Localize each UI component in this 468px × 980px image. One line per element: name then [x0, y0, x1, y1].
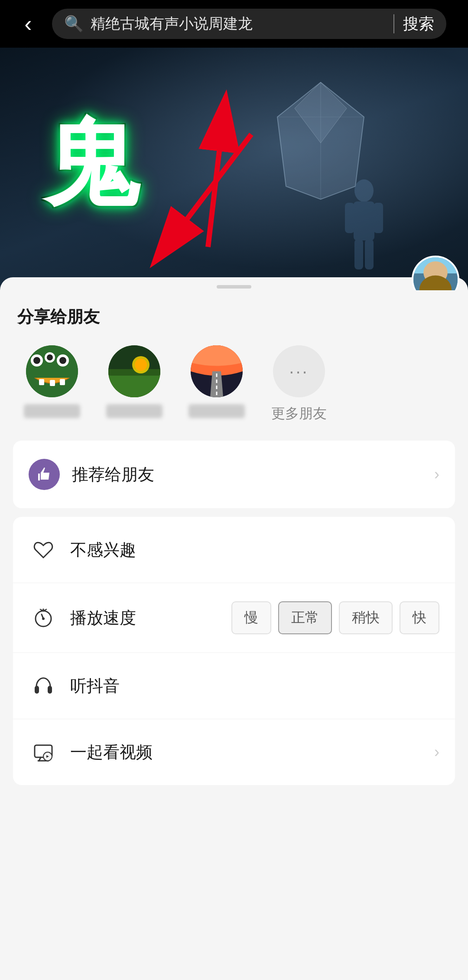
svg-rect-26: [50, 380, 55, 386]
search-icon: 🔍: [64, 15, 84, 33]
search-query-text: 精绝古城有声小说周建龙: [91, 14, 385, 34]
ghost-character: 鬼: [43, 100, 139, 228]
contact-avatar-more: ···: [273, 345, 325, 397]
svg-rect-8: [354, 239, 363, 269]
chevron-right-icon-2: ›: [434, 743, 439, 761]
top-bar: ‹ 🔍 精绝古城有声小说周建龙 搜索: [0, 0, 468, 48]
svg-point-36: [42, 617, 45, 620]
menu-item-speed[interactable]: 播放速度 慢 正常 稍快 快: [13, 583, 455, 653]
contact-name-blur-2: [106, 404, 162, 418]
share-contacts-row: ··· 更多朋友: [17, 345, 451, 423]
person-silhouette: [338, 178, 390, 273]
search-divider: [393, 14, 394, 33]
bottom-sheet: 分享给朋友: [0, 277, 468, 980]
not-interested-label: 不感兴趣: [70, 539, 439, 561]
speed-label: 播放速度: [70, 607, 231, 629]
svg-point-32: [135, 359, 147, 371]
share-section: 分享给朋友: [0, 293, 468, 432]
contact-avatar-2: [108, 345, 160, 397]
svg-rect-5: [354, 201, 374, 240]
speed-normal[interactable]: 正常: [278, 601, 332, 634]
speed-slow[interactable]: 慢: [231, 601, 271, 634]
search-bar[interactable]: 🔍 精绝古城有声小说周建龙 搜索: [52, 9, 446, 39]
contact-name-blur-3: [188, 404, 245, 418]
chevron-right-icon: ›: [434, 465, 439, 484]
share-title: 分享给朋友: [17, 306, 451, 328]
watch-together-label: 一起看视频: [70, 741, 434, 763]
speed-icon: [29, 603, 58, 633]
svg-rect-25: [39, 379, 44, 385]
menu-item-listen[interactable]: 听抖音: [13, 653, 455, 719]
svg-point-23: [47, 354, 53, 360]
contact-item-1[interactable]: [17, 345, 87, 423]
menu-item-watch-together[interactable]: 一起看视频 ›: [13, 719, 455, 785]
contact-avatar-3: [191, 345, 243, 397]
menu-item-not-interested[interactable]: 不感兴趣: [13, 517, 455, 583]
menu-section-1: 推荐给朋友 ›: [13, 441, 455, 508]
svg-rect-27: [60, 379, 65, 385]
handle-bar: [217, 285, 251, 289]
svg-rect-37: [35, 686, 39, 694]
avatar-image: [413, 257, 458, 290]
thumbs-up-icon: [29, 459, 60, 490]
watch-together-icon: [29, 737, 58, 767]
svg-point-22: [33, 357, 40, 364]
video-area: 鬼: [0, 48, 468, 290]
menu-item-recommend[interactable]: 推荐给朋友 ›: [13, 441, 455, 508]
menu-section-2: 不感兴趣 播放速度 慢 正常 稍快 快: [13, 517, 455, 785]
svg-rect-9: [365, 239, 374, 269]
recommend-label: 推荐给朋友: [72, 464, 434, 486]
contact-item-more[interactable]: ··· 更多朋友: [264, 345, 334, 423]
svg-point-4: [354, 179, 374, 202]
back-button[interactable]: ‹: [13, 9, 43, 39]
listen-label: 听抖音: [70, 675, 439, 697]
contact-avatar-1: [26, 345, 78, 397]
svg-rect-7: [374, 203, 383, 233]
svg-point-24: [59, 357, 66, 364]
speed-fast[interactable]: 快: [400, 601, 439, 634]
speed-slightly-fast[interactable]: 稍快: [339, 601, 393, 634]
svg-rect-30: [108, 376, 160, 397]
svg-rect-6: [345, 203, 354, 233]
contact-item-2[interactable]: [100, 345, 169, 423]
more-dots: ···: [289, 362, 309, 381]
heart-icon: [29, 535, 58, 565]
back-arrow-icon: ‹: [24, 13, 32, 35]
svg-rect-38: [48, 686, 52, 694]
more-friends-label: 更多朋友: [264, 404, 334, 423]
contact-name-blur-1: [24, 404, 80, 418]
contact-item-3[interactable]: [182, 345, 251, 423]
sheet-handle[interactable]: [0, 277, 468, 293]
headphone-icon: [29, 671, 58, 701]
speed-controls: 慢 正常 稍快 快: [231, 601, 439, 634]
search-button[interactable]: 搜索: [403, 13, 434, 35]
